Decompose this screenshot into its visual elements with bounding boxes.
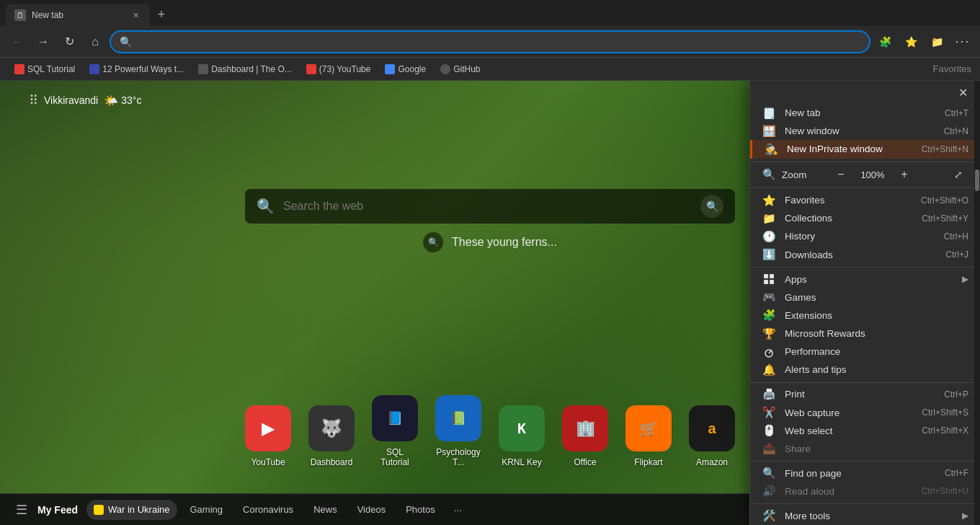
- web-capture-menu-icon: ✂️: [762, 405, 776, 420]
- my-feed-button[interactable]: My Feed: [37, 504, 78, 516]
- menu-shortcut-new-tab: Ctrl+T: [945, 108, 968, 118]
- svg-rect-3: [770, 280, 774, 284]
- menu-item-games[interactable]: 🎮 Games: [750, 288, 980, 306]
- menu-item-favorites[interactable]: ⭐ Favorites Ctrl+Shift+O: [750, 191, 980, 209]
- menu-item-collections[interactable]: 📁 Collections Ctrl+Shift+Y: [750, 209, 980, 227]
- bottom-item-videos[interactable]: Videos: [350, 500, 393, 520]
- bottom-item-gaming[interactable]: Gaming: [183, 500, 231, 520]
- menu-shortcut-web-select: Ctrl+Shift+X: [922, 425, 968, 436]
- quick-link-flipkart[interactable]: 🛒 Flipkart: [625, 405, 672, 467]
- menu-item-find[interactable]: 🔍 Find on page Ctrl+F: [750, 464, 980, 482]
- address-input[interactable]: [138, 36, 860, 48]
- back-button[interactable]: ←: [6, 30, 29, 53]
- menu-item-new-window[interactable]: 🪟 New window Ctrl+N: [750, 122, 980, 140]
- apps-arrow-icon: ▶: [962, 274, 968, 284]
- menu-item-history[interactable]: 🕐 History Ctrl+H: [750, 227, 980, 245]
- fav-item-github[interactable]: GitHub: [435, 61, 486, 78]
- toolbar: ← → ↻ ⌂ 🔍 🧩 ⭐ 📁 ···: [0, 26, 980, 58]
- menu-item-extensions[interactable]: 🧩 Extensions: [750, 306, 980, 325]
- toolbar-right: 🧩 ⭐ 📁 ···: [873, 30, 974, 53]
- zoom-row: 🔍 Zoom − 100% + ⤢: [750, 164, 980, 185]
- menu-shortcut-inprivate: Ctrl+Shift+N: [922, 144, 968, 154]
- quick-link-sql[interactable]: 📘 SQL Tutorial: [372, 395, 418, 467]
- apps-menu-icon: [762, 272, 776, 286]
- address-search-icon: 🔍: [120, 36, 132, 48]
- menu-label-favorites: Favorites: [785, 195, 912, 206]
- fav-item-sql[interactable]: SQL Tutorial: [9, 61, 81, 78]
- quick-link-icon-flipkart: 🛒: [625, 405, 672, 451]
- alerts-menu-icon: 🔔: [762, 363, 776, 377]
- menu-label-performance: Performance: [785, 346, 968, 357]
- bottom-item-news[interactable]: News: [306, 500, 344, 520]
- favorites-bar: SQL Tutorial 12 Powerful Ways t... Dashb…: [0, 58, 980, 81]
- quick-link-youtube[interactable]: ▶ YouTube: [245, 405, 291, 467]
- gaming-label: Gaming: [190, 504, 223, 515]
- active-tab[interactable]: 🗒 New tab ✕: [6, 4, 150, 26]
- quick-link-dashboard[interactable]: 🐺 Dashboard: [308, 405, 355, 467]
- lens-icon[interactable]: 🔍: [700, 195, 723, 218]
- scrollbar-track[interactable]: [974, 81, 980, 525]
- content-search-bar[interactable]: 🔍 🔍: [245, 189, 735, 224]
- zoom-increase-button[interactable]: +: [894, 164, 914, 185]
- refresh-button[interactable]: ↻: [58, 30, 81, 53]
- quick-link-office[interactable]: 🏢 Office: [562, 405, 608, 467]
- caption-search-button[interactable]: 🔍: [423, 232, 443, 252]
- menu-item-performance[interactable]: Performance: [750, 343, 980, 361]
- extensions-button[interactable]: 🧩: [873, 30, 896, 53]
- favorites-label: Favorites: [933, 63, 971, 74]
- fav-item-youtube[interactable]: (73) YouTube: [300, 61, 377, 78]
- zoom-decrease-button[interactable]: −: [831, 164, 851, 185]
- fav-icon-github: [440, 64, 450, 74]
- extensions-menu-icon: 🧩: [762, 308, 776, 322]
- menu-item-web-capture[interactable]: ✂️ Web capture Ctrl+Shift+S: [750, 403, 980, 421]
- menu-button[interactable]: ···: [951, 30, 974, 53]
- news-label: News: [313, 504, 337, 515]
- photos-label: Photos: [406, 504, 435, 515]
- svg-rect-1: [770, 274, 774, 278]
- menu-item-more-tools[interactable]: 🛠️ More tools ▶: [750, 507, 980, 525]
- menu-label-more-tools: More tools: [785, 511, 953, 521]
- menu-item-web-select[interactable]: 🖱️ Web select Ctrl+Shift+X: [750, 422, 980, 440]
- quick-link-icon-amazon: a: [689, 405, 735, 451]
- new-tab-button[interactable]: +: [151, 4, 172, 25]
- content-search-input[interactable]: [283, 200, 692, 213]
- menu-divider-3: [750, 267, 980, 268]
- bottom-item-ukraine[interactable]: War in Ukraine: [86, 500, 177, 520]
- collections-button[interactable]: 📁: [925, 30, 948, 53]
- menu-shortcut-favorites: Ctrl+Shift+O: [921, 195, 968, 206]
- menu-item-new-tab[interactable]: 🗒️ New tab Ctrl+T: [750, 104, 980, 122]
- menu-item-downloads[interactable]: ⬇️ Downloads Ctrl+J: [750, 246, 980, 264]
- bottom-more-button[interactable]: ···: [448, 501, 468, 519]
- menu-item-apps[interactable]: Apps ▶: [750, 270, 980, 288]
- fav-item-powerful[interactable]: 12 Powerful Ways t...: [84, 61, 190, 78]
- address-bar[interactable]: 🔍: [110, 30, 870, 53]
- favorites-menu-icon: ⭐: [762, 193, 776, 208]
- tab-bar: 🗒 New tab ✕ +: [0, 0, 980, 26]
- fav-item-dashboard[interactable]: Dashboard | The O...: [192, 61, 298, 78]
- scrollbar-thumb: [975, 169, 979, 191]
- bottom-hamburger-button[interactable]: ☰: [12, 500, 32, 520]
- fav-item-google[interactable]: Google: [379, 61, 432, 78]
- quick-link-krnl[interactable]: K KRNL Key: [499, 405, 545, 467]
- quick-link-amazon[interactable]: a Amazon: [689, 405, 735, 467]
- temperature-label: 33°c: [121, 94, 141, 106]
- bottom-item-photos[interactable]: Photos: [398, 500, 442, 520]
- menu-item-print[interactable]: 🖨️ Print Ctrl+P: [750, 385, 980, 403]
- bottom-item-coronavirus[interactable]: Coronavirus: [236, 500, 300, 520]
- close-menu-button[interactable]: ✕: [951, 81, 974, 104]
- forward-button[interactable]: →: [32, 30, 55, 53]
- menu-item-alerts[interactable]: 🔔 Alerts and tips: [750, 361, 980, 379]
- favorites-button[interactable]: ⭐: [899, 30, 922, 53]
- quick-link-icon-youtube: ▶: [245, 405, 291, 451]
- weather-display: 🌤️ 33°c: [104, 94, 141, 107]
- zoom-expand-button[interactable]: ⤢: [948, 164, 968, 185]
- menu-label-print: Print: [785, 389, 935, 400]
- quick-link-psychology[interactable]: 📗 Psychology T...: [435, 395, 481, 467]
- menu-label-games: Games: [785, 292, 968, 303]
- menu-item-rewards[interactable]: 🏆 Microsoft Rewards: [750, 325, 980, 343]
- home-button[interactable]: ⌂: [84, 30, 107, 53]
- menu-label-history: History: [785, 231, 935, 242]
- dropdown-menu: ✕ 🗒️ New tab Ctrl+T 🪟 New window Ctrl+N …: [749, 81, 980, 525]
- menu-item-inprivate[interactable]: 🕵️ New InPrivate window Ctrl+Shift+N: [750, 140, 980, 158]
- tab-close-button[interactable]: ✕: [130, 9, 141, 21]
